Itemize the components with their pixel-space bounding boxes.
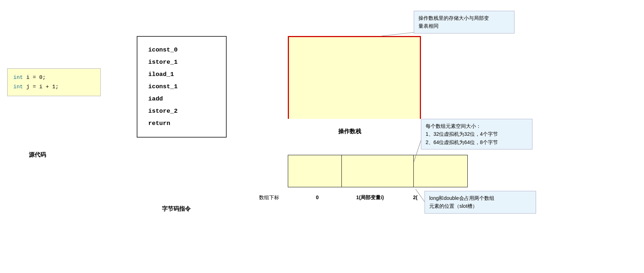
svg-line-0 xyxy=(381,32,414,36)
bytecode-instr-1: istore_1 xyxy=(148,56,215,68)
callout-mid-line1: 1、32位虚拟机为32位，4个字节 xyxy=(426,130,528,138)
keyword-int-2: int xyxy=(13,84,23,90)
bytecode-label: 字节码指令 xyxy=(162,205,191,213)
bytecode-box: iconst_0 istore_1 iload_1 iconst_1 iadd … xyxy=(137,36,227,138)
callout-bottom-text: long和double会占用两个数组元素的位置（slot槽） xyxy=(429,195,494,209)
callout-mid: 每个数组元素空间大小： 1、32位虚拟机为32位，4个字节 2、64位虚拟机为6… xyxy=(421,119,532,149)
source-code-box: int i = 0; int j = i + 1; xyxy=(7,68,101,96)
keyword-int-1: int xyxy=(13,75,23,81)
source-code-label: 源代码 xyxy=(29,151,46,159)
index-2: 2( xyxy=(413,194,417,200)
source-line-1: int i = 0; xyxy=(13,73,95,82)
lv-cell-2 xyxy=(414,155,468,187)
bytecode-instr-5: istore_2 xyxy=(148,105,215,117)
callout-mid-line2: 2、64位虚拟机为64位，8个字节 xyxy=(426,138,528,146)
bytecode-instr-3: iconst_1 xyxy=(148,81,215,93)
callout-bottom: long和double会占用两个数组元素的位置（slot槽） xyxy=(425,191,536,214)
page-container: int i = 0; int j = i + 1; 源代码 iconst_0 i… xyxy=(0,0,644,273)
bytecode-instr-0: iconst_0 xyxy=(148,44,215,56)
bytecode-instr-4: iadd xyxy=(148,93,215,105)
index-1: 1(局部变量i) xyxy=(356,194,384,201)
bytecode-instr-2: iload_1 xyxy=(148,68,215,81)
index-0: 0 xyxy=(316,194,319,200)
index-label-prefix: 数组下标 xyxy=(259,194,279,201)
bytecode-instr-6: return xyxy=(148,117,215,130)
callout-mid-title: 每个数组元素空间大小： xyxy=(426,122,528,130)
lv-cell-0 xyxy=(288,155,342,187)
local-var-table xyxy=(288,155,468,187)
lv-cell-1 xyxy=(342,155,414,187)
callout-top: 操作数栈里的存储大小与局部变量表相同 xyxy=(414,11,514,33)
operand-stack-top-box xyxy=(288,36,421,119)
operand-stack-label: 操作数栈 xyxy=(338,128,361,135)
source-line-2: int j = i + 1; xyxy=(13,82,95,92)
callout-top-text: 操作数栈里的存储大小与局部变量表相同 xyxy=(418,15,489,29)
